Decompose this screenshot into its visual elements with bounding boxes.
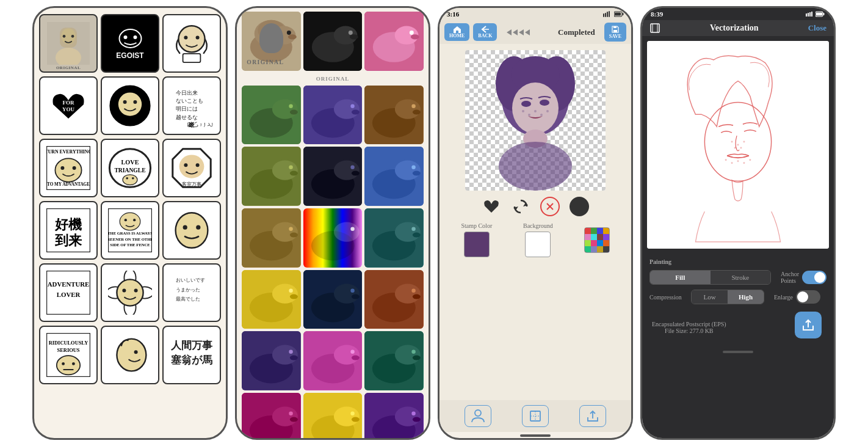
svg-point-70 bbox=[134, 288, 138, 292]
dark-circle-button[interactable] bbox=[570, 197, 589, 216]
phone4-statusbar: 8:39 bbox=[642, 8, 834, 20]
sticker-octagon-face[interactable]: 客室万事 bbox=[162, 139, 221, 197]
share-button[interactable] bbox=[579, 405, 606, 427]
refresh-button[interactable] bbox=[511, 197, 530, 216]
enlarge-group: Enlarge bbox=[774, 290, 820, 304]
heart-button[interactable] bbox=[482, 197, 501, 216]
cap-top-pink[interactable] bbox=[364, 12, 424, 71]
phone4-share-button[interactable] bbox=[795, 312, 822, 338]
svg-point-114 bbox=[352, 109, 360, 114]
cap-cell-7[interactable] bbox=[242, 208, 301, 268]
svg-point-104 bbox=[411, 34, 419, 39]
svg-point-157 bbox=[350, 288, 354, 292]
svg-point-83 bbox=[134, 350, 138, 354]
sticker-egoist[interactable]: EGOIST bbox=[101, 14, 159, 73]
playback-controls bbox=[501, 28, 549, 37]
svg-text:SERIOUS: SERIOUS bbox=[57, 348, 80, 353]
cap-cell-2[interactable] bbox=[303, 86, 363, 145]
sticker-face-hold[interactable] bbox=[162, 14, 221, 73]
sticker-grass-text[interactable]: THE GRASS IS ALWAYS GREENER ON THE OTHER… bbox=[101, 201, 159, 260]
cap-cell-5[interactable] bbox=[303, 147, 363, 206]
svg-point-58 bbox=[183, 225, 187, 230]
svg-rect-199 bbox=[623, 13, 624, 15]
sticker-kanji-1[interactable]: 好機 到来 bbox=[39, 201, 98, 260]
sticker-face-circle[interactable] bbox=[101, 76, 159, 135]
save-button[interactable]: SAVE bbox=[604, 23, 626, 42]
sticker-side-face[interactable] bbox=[101, 326, 159, 384]
svg-rect-239 bbox=[651, 24, 659, 32]
cap-cell-1[interactable] bbox=[242, 86, 301, 145]
cap-cell-16[interactable] bbox=[242, 393, 301, 440]
cap-top-black[interactable] bbox=[303, 12, 363, 71]
person-stamp-button[interactable] bbox=[465, 405, 491, 427]
sticker-for-you[interactable]: FOR YOU bbox=[39, 76, 98, 135]
svg-point-109 bbox=[290, 109, 298, 114]
cap-cell-11[interactable] bbox=[303, 270, 363, 329]
cap-original[interactable]: ORIGINAL bbox=[242, 12, 301, 71]
fill-stroke-row: Fill Stroke AnchorPoints bbox=[649, 270, 826, 285]
svg-point-171 bbox=[334, 345, 360, 365]
cap-cell-18[interactable] bbox=[364, 393, 424, 440]
home-button[interactable]: HOME bbox=[444, 23, 469, 41]
cap-cell-9[interactable] bbox=[364, 208, 424, 268]
cap-cell-15[interactable] bbox=[364, 331, 424, 390]
svg-point-177 bbox=[412, 350, 416, 354]
crop-box-button[interactable] bbox=[522, 405, 549, 427]
sticker-flower-face[interactable] bbox=[101, 263, 159, 322]
svg-point-124 bbox=[290, 171, 298, 176]
low-button[interactable]: Low bbox=[692, 290, 728, 304]
sticker-turn-everything[interactable]: TURN EVERYTHING TO MY ADVANTAGE bbox=[39, 139, 98, 197]
sticker-original-photo[interactable]: ORIGINAL bbox=[39, 14, 98, 73]
phone3-statusbar: 3:16 bbox=[439, 8, 631, 20]
fill-button[interactable]: Fill bbox=[650, 271, 711, 284]
stamp-color-swatch[interactable] bbox=[464, 232, 490, 257]
vectorized-image bbox=[647, 41, 829, 249]
back-button[interactable]: BACK bbox=[473, 23, 497, 41]
sticker-row-3: TURN EVERYTHING TO MY ADVANTAGE LOVE TRI… bbox=[39, 139, 221, 197]
sticker-jp-1[interactable]: 今日出来ないことも 明日には越せるな 今日出来 ないことも 明日には 越せるな bbox=[162, 76, 221, 135]
sticker-adventure-lover[interactable]: ADVENTURE LOVER bbox=[39, 263, 98, 322]
cap-cell-3[interactable] bbox=[364, 86, 424, 145]
marilyn-canvas bbox=[465, 50, 606, 191]
svg-point-127 bbox=[334, 161, 360, 180]
background-swatch[interactable] bbox=[525, 232, 551, 257]
svg-point-252 bbox=[749, 159, 751, 161]
phone3-main: Stamp Color Background bbox=[439, 44, 631, 400]
cap-cell-4[interactable] bbox=[242, 147, 301, 206]
cap-cell-6[interactable] bbox=[364, 147, 424, 206]
compression-segment: Low High bbox=[691, 290, 764, 304]
svg-point-186 bbox=[334, 407, 360, 426]
vectorize-icon bbox=[649, 23, 660, 34]
svg-point-68 bbox=[117, 279, 143, 305]
svg-point-182 bbox=[289, 412, 292, 415]
stroke-button[interactable]: Stroke bbox=[711, 271, 771, 284]
cap-cell-10[interactable] bbox=[242, 270, 301, 329]
sticker-plain-face[interactable] bbox=[162, 201, 221, 260]
cap-cell-8[interactable] bbox=[303, 208, 363, 268]
cap-cell-17[interactable] bbox=[303, 393, 363, 440]
anchor-toggle[interactable] bbox=[802, 271, 826, 284]
cancel-button[interactable] bbox=[540, 197, 560, 216]
status-time: 3:16 bbox=[447, 10, 459, 18]
cap-cell-13[interactable] bbox=[242, 331, 301, 390]
original-label: ORIGINAL bbox=[56, 65, 81, 70]
sticker-kanji-2[interactable]: 人間万事 塞翁が馬 bbox=[162, 326, 221, 384]
svg-point-112 bbox=[334, 99, 360, 119]
close-button[interactable]: Close bbox=[808, 23, 826, 33]
svg-point-242 bbox=[704, 102, 771, 181]
sticker-jp-2[interactable]: おいしいです うまかった 最高でした bbox=[162, 263, 221, 322]
phone4-status-icons bbox=[806, 11, 825, 17]
cap-cell-12[interactable] bbox=[364, 270, 424, 329]
sticker-ridiculously[interactable]: RIDICULOUSLY SERIOUS bbox=[39, 326, 98, 384]
enlarge-toggle[interactable] bbox=[796, 290, 820, 304]
cap-cell-14[interactable] bbox=[303, 331, 363, 390]
svg-point-92 bbox=[287, 31, 291, 35]
svg-rect-196 bbox=[607, 12, 608, 17]
multicolor-group bbox=[584, 227, 610, 253]
high-button[interactable]: High bbox=[728, 290, 764, 304]
svg-point-187 bbox=[350, 412, 354, 415]
svg-point-250 bbox=[737, 160, 739, 162]
sticker-love-triangle[interactable]: LOVE TRIANGLE bbox=[101, 139, 159, 197]
svg-point-20 bbox=[133, 100, 137, 104]
multicolor-swatch[interactable] bbox=[584, 227, 610, 253]
